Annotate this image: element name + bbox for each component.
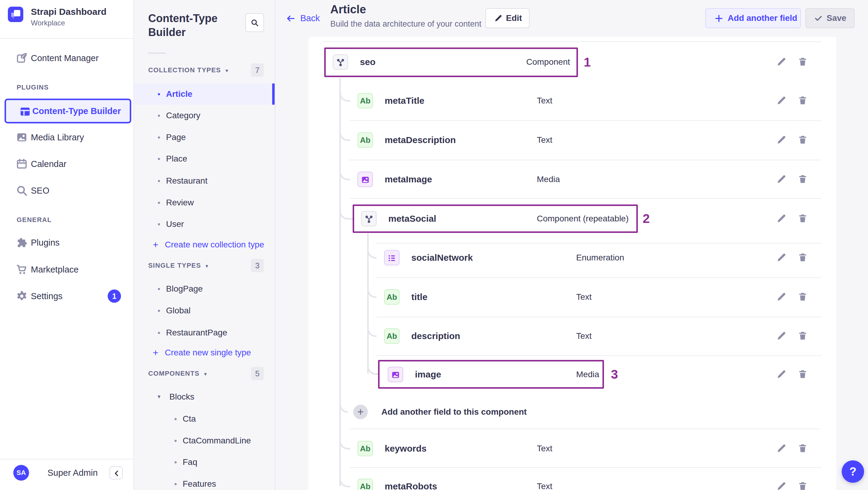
divider: [0, 38, 134, 39]
delete-field-button[interactable]: [797, 56, 809, 68]
field-row-metasocial[interactable]: metaSocial Component (repeatable): [0, 199, 868, 238]
field-name: seo: [360, 57, 376, 67]
field-type: Text: [537, 482, 552, 490]
field-type: Media: [576, 370, 599, 379]
edit-field-button[interactable]: [775, 252, 787, 264]
text-field-icon: Ab: [384, 329, 400, 344]
delete-field-button[interactable]: [797, 213, 809, 225]
field-row-metarobots[interactable]: Ab metaRobots Text: [0, 467, 868, 490]
field-name: metaImage: [385, 174, 432, 184]
text-field-icon: Ab: [358, 441, 373, 456]
delete-field-button[interactable]: [797, 134, 809, 146]
field-type: Text: [576, 331, 592, 341]
field-row-description[interactable]: Ab description Text: [0, 316, 868, 356]
brand-title: Strapi Dashboard: [31, 7, 106, 17]
edit-field-button[interactable]: [775, 291, 787, 303]
field-name: keywords: [385, 443, 427, 454]
edit-field-button[interactable]: [775, 56, 787, 68]
edit-field-button[interactable]: [775, 213, 787, 225]
field-row-image[interactable]: image Media: [0, 355, 868, 394]
field-name: socialNetwork: [411, 252, 473, 263]
field-row-metadescription[interactable]: Ab metaDescription Text: [0, 120, 868, 160]
arrow-left-icon: [285, 14, 296, 23]
media-field-icon: [358, 172, 373, 187]
edit-field-button[interactable]: [775, 134, 787, 146]
media-field-icon: [388, 367, 403, 382]
add-field-to-component-button[interactable]: +: [353, 405, 368, 419]
edit-field-button[interactable]: [775, 95, 787, 107]
page-subtitle: Build the data architecture of your cont…: [330, 19, 482, 29]
delete-field-button[interactable]: [797, 480, 809, 490]
plus-icon: [714, 14, 723, 23]
edit-field-button[interactable]: [775, 368, 787, 380]
text-field-icon: Ab: [384, 289, 400, 305]
field-type: Text: [537, 96, 552, 105]
delete-field-button[interactable]: [797, 173, 809, 185]
field-type: Media: [537, 175, 560, 184]
enumeration-field-icon: [384, 250, 400, 266]
page-title: Article: [330, 3, 366, 16]
text-field-icon: Ab: [358, 132, 373, 148]
edit-field-button[interactable]: [775, 480, 787, 490]
help-button[interactable]: ?: [842, 460, 864, 483]
field-row-metatitle[interactable]: Ab metaTitle Text: [0, 81, 868, 120]
save-button[interactable]: Save: [805, 8, 855, 28]
strapi-content-type-builder-screen: Strapi Dashboard Workplace Content Manag…: [0, 0, 868, 490]
field-row-title[interactable]: Ab title Text: [0, 277, 868, 317]
field-row-metaimage[interactable]: metaImage Media: [0, 160, 868, 199]
delete-field-button[interactable]: [797, 95, 809, 107]
field-name: metaSocial: [388, 214, 436, 224]
delete-field-button[interactable]: [797, 330, 809, 342]
field-type: Text: [537, 135, 552, 145]
field-type: Text: [537, 444, 552, 453]
edit-field-button[interactable]: [775, 173, 787, 185]
field-name: description: [411, 331, 460, 341]
add-field-to-component-row[interactable]: + Add another field to this component: [0, 392, 868, 432]
field-type: Component: [526, 57, 570, 67]
builder-sidebar-title: Content-Type Builder: [148, 11, 245, 39]
field-type: Text: [576, 292, 592, 302]
field-name: title: [411, 292, 427, 302]
field-name: image: [415, 369, 441, 379]
component-field-icon: [361, 211, 376, 226]
check-icon: [814, 14, 823, 23]
add-field-to-component-label: Add another field to this component: [381, 407, 527, 417]
edit-field-button[interactable]: [775, 330, 787, 342]
component-field-icon: [333, 55, 348, 70]
search-button[interactable]: [245, 13, 264, 32]
field-name: metaTitle: [385, 96, 424, 106]
field-name: metaDescription: [385, 135, 456, 145]
delete-field-button[interactable]: [797, 291, 809, 303]
delete-field-button[interactable]: [797, 368, 809, 380]
delete-field-button[interactable]: [797, 252, 809, 264]
field-row-socialnetwork[interactable]: socialNetwork Enumeration: [0, 238, 868, 277]
field-name: metaRobots: [385, 481, 437, 490]
edit-button[interactable]: Edit: [486, 8, 530, 28]
strapi-logo: [8, 7, 23, 22]
delete-field-button[interactable]: [797, 442, 809, 455]
field-type: Enumeration: [576, 253, 624, 263]
pencil-icon: [494, 14, 503, 23]
field-type: Component (repeatable): [537, 214, 629, 223]
field-row-keywords[interactable]: Ab keywords Text: [0, 429, 868, 468]
divider: [323, 41, 821, 42]
text-field-icon: Ab: [358, 93, 373, 109]
text-field-icon: Ab: [358, 479, 373, 490]
brand-subtitle: Workplace: [31, 19, 65, 27]
field-row-seo[interactable]: seo Component: [0, 42, 868, 82]
edit-field-button[interactable]: [775, 442, 787, 455]
add-another-field-button[interactable]: Add another field: [705, 8, 801, 28]
